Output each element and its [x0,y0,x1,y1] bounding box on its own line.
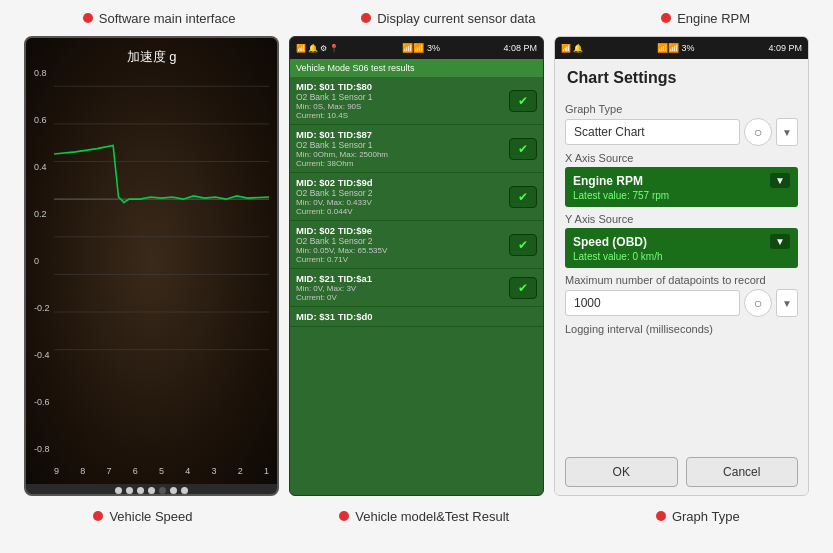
chart-svg [54,68,269,369]
red-dot-3 [661,13,671,23]
x-axis-chevron-icon: ▼ [775,175,785,186]
ok-button[interactable]: OK [565,457,678,487]
y-axis-value: Speed (OBD) [573,235,647,249]
max-datapoints-circle-btn[interactable]: ○ [744,289,772,317]
chevron-down-icon: ▼ [782,127,792,138]
sensor-item-3: MID: $02 TID:$9d O2 Bank 1 Sensor 2 Min:… [290,173,543,221]
header-row: Software main interface Display current … [0,0,833,36]
ok-check-3: ✔ [518,190,528,204]
scatter-arrow-button[interactable]: ▼ [776,118,798,146]
mid-time: 4:08 PM [503,43,537,53]
y-axis: 0.8 0.6 0.4 0.2 0 -0.2 -0.4 -0.6 -0.8 [34,68,50,454]
red-dot-1 [83,13,93,23]
sensor-info-5: MID: $21 TID:$a1 Min: 0V, Max: 3V Curren… [296,273,505,302]
dot-2 [126,487,133,494]
x-axis-box-row: Engine RPM ▼ [573,173,790,188]
y-label-1: 0.6 [34,115,50,125]
ok-check-5: ✔ [518,281,528,295]
sensor-item-1: MID: $01 TID:$80 O2 Bank 1 Sensor 1 Min:… [290,77,543,125]
sensor-mid-4: MID: $02 TID:$9e [296,225,505,236]
cancel-button[interactable]: Cancel [686,457,799,487]
mid-signal-icons: 📶📶 3% [402,43,440,53]
settings-content: Graph Type Scatter Chart ○ ▼ X Axis Sour… [555,93,808,449]
sensor-item-5: MID: $21 TID:$a1 Min: 0V, Max: 3V Curren… [290,269,543,307]
x-axis: 9 8 7 6 5 4 3 2 1 [54,466,269,476]
red-dot-2 [361,13,371,23]
sensor-mid-5: MID: $21 TID:$a1 [296,273,505,284]
max-chevron-icon: ▼ [782,298,792,309]
y-label-8: -0.8 [34,444,50,454]
header-item-1: Software main interface [83,11,236,26]
mid-status-bar: 📶 🔔 ⚙ 📍 📶📶 3% 4:08 PM [290,37,543,59]
dot-6 [170,487,177,494]
settings-footer: OK Cancel [555,449,808,495]
footer-red-dot-2 [339,511,349,521]
footer-red-dot-1 [93,511,103,521]
sensor-name-2: O2 Bank 1 Sensor 1 [296,140,505,150]
y-label-4: 0 [34,256,50,266]
x-axis-latest: Latest value: 757 rpm [573,190,790,201]
footer-label-3: Graph Type [672,509,740,524]
y-label-3: 0.2 [34,209,50,219]
vehicle-mode-text: Vehicle Mode S06 test results [296,63,415,73]
sensor-values-5: Min: 0V, Max: 3V Current: 0V [296,284,505,302]
y-axis-label: Y Axis Source [565,213,798,225]
ok-btn-4[interactable]: ✔ [509,234,537,256]
max-datapoints-label: Maximum number of datapoints to record [565,274,798,286]
y-axis-chevron-icon: ▼ [775,236,785,247]
sensor-item-6: MID: $31 TID:$d0 [290,307,543,327]
x-axis-dropdown-arrow[interactable]: ▼ [770,173,790,188]
right-status-bar: 📶 🔔 📶📶 3% 4:09 PM [555,37,808,59]
header-label-2: Display current sensor data [377,11,535,26]
mid-panel: 📶 🔔 ⚙ 📍 📶📶 3% 4:08 PM Vehicle Mode S06 t… [289,36,544,496]
sensor-name-4: O2 Bank 1 Sensor 2 [296,236,505,246]
header-label-1: Software main interface [99,11,236,26]
scatter-circle-button[interactable]: ○ [744,118,772,146]
graph-type-label: Graph Type [565,103,798,115]
sensor-info-2: MID: $01 TID:$87 O2 Bank 1 Sensor 1 Min:… [296,129,505,168]
sensor-mid-6: MID: $31 TID:$d0 [296,311,537,322]
footer-label-1: Vehicle Speed [109,509,192,524]
sensor-info-1: MID: $01 TID:$80 O2 Bank 1 Sensor 1 Min:… [296,81,505,120]
ok-check-4: ✔ [518,238,528,252]
right-time: 4:09 PM [768,43,802,53]
dot-5 [159,487,166,494]
x-axis-green-box: Engine RPM ▼ Latest value: 757 rpm [565,167,798,207]
dot-4 [148,487,155,494]
sensor-values-1: Min: 0S, Max: 90S Current: 10.4S [296,102,505,120]
y-label-2: 0.4 [34,162,50,172]
scatter-chart-value: Scatter Chart [574,125,645,139]
sensor-values-3: Min: 0V, Max: 0.433V Current: 0.044V [296,198,505,216]
ok-btn-3[interactable]: ✔ [509,186,537,208]
scatter-chart-dropdown[interactable]: Scatter Chart [565,119,740,145]
footer-red-dot-3 [656,511,666,521]
sensor-item-4: MID: $02 TID:$9e O2 Bank 1 Sensor 2 Min:… [290,221,543,269]
sensor-info-6: MID: $31 TID:$d0 [296,311,537,322]
max-datapoints-arrow-btn[interactable]: ▼ [776,289,798,317]
graph-title: 加速度 g [127,48,177,66]
sensor-mid-3: MID: $02 TID:$9d [296,177,505,188]
dot-3 [137,487,144,494]
header-label-3: Engine RPM [677,11,750,26]
logging-label: Logging interval (milliseconds) [565,323,798,335]
ok-btn-1[interactable]: ✔ [509,90,537,112]
ok-btn-5[interactable]: ✔ [509,277,537,299]
right-panel: 📶 🔔 📶📶 3% 4:09 PM Chart Settings Graph T… [554,36,809,496]
footer-row: Vehicle Speed Vehicle model&Test Result … [0,496,833,536]
sensor-values-4: Min: 0.05V, Max: 65.535V Current: 0.71V [296,246,505,264]
ok-check-1: ✔ [518,94,528,108]
dot-7 [181,487,188,494]
footer-item-1: Vehicle Speed [93,509,192,524]
minus-icon: ○ [754,295,762,311]
panels-container: 加速度 g 0.8 0.6 0.4 0.2 0 -0.2 -0.4 -0.6 -… [0,36,833,496]
y-label-7: -0.6 [34,397,50,407]
ok-btn-2[interactable]: ✔ [509,138,537,160]
y-label-5: -0.2 [34,303,50,313]
sensor-values-2: Min: 0Ohm, Max: 2500hm Current: 38Ohm [296,150,505,168]
max-datapoints-dropdown[interactable]: 1000 [565,290,740,316]
graph-area: 加速度 g 0.8 0.6 0.4 0.2 0 -0.2 -0.4 -0.6 -… [26,38,277,484]
sensor-list: MID: $01 TID:$80 O2 Bank 1 Sensor 1 Min:… [290,77,543,495]
y-axis-dropdown-arrow[interactable]: ▼ [770,234,790,249]
ok-check-2: ✔ [518,142,528,156]
max-datapoints-row: 1000 ○ ▼ [565,289,798,317]
